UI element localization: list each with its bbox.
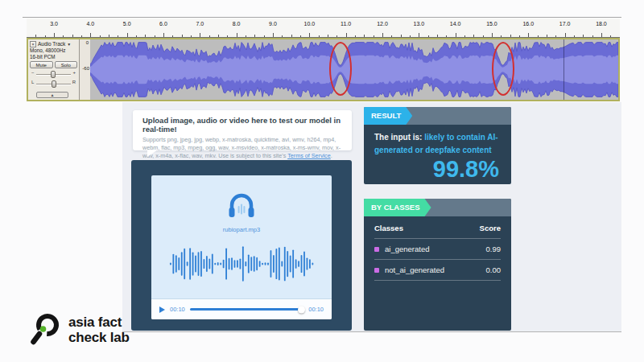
timeline-label: 12.0 — [377, 21, 388, 27]
pan-slider[interactable]: L R — [30, 79, 77, 88]
timeline-tick — [54, 33, 55, 37]
timeline-label: 15.0 — [486, 21, 497, 27]
timeline-tick — [592, 35, 593, 37]
timeline-tick — [464, 35, 465, 37]
pan-right-label: R — [72, 80, 76, 84]
progress-knob[interactable] — [298, 306, 305, 313]
class-bullet-icon — [374, 247, 379, 252]
solo-button[interactable]: Solo — [55, 61, 78, 68]
timeline-tick — [510, 35, 511, 38]
mute-button[interactable]: Mute — [30, 61, 53, 68]
timeline-tick — [182, 35, 183, 38]
timeline-tick — [336, 35, 337, 37]
timeline-tick — [100, 35, 101, 37]
timeline-label: 4.0 — [86, 21, 94, 27]
total-time: 00:10 — [308, 306, 324, 313]
vertical-db-scale: 0 -60 — [80, 39, 90, 100]
timeline-ruler[interactable]: 3.04.05.06.07.08.09.010.011.012.013.014.… — [27, 19, 620, 38]
timeline-label: 9.0 — [269, 21, 277, 27]
timeline-tick — [309, 33, 310, 37]
timeline-tick — [72, 35, 73, 38]
waveform-area[interactable] — [90, 39, 618, 100]
timeline-tick — [446, 35, 447, 37]
track-menu-arrow-icon[interactable]: ▼ — [67, 42, 71, 47]
timeline-tick — [601, 33, 602, 37]
logo-line1: asia fact — [68, 315, 130, 330]
magnifier-icon — [27, 311, 63, 349]
track-title: Audio Track — [38, 41, 65, 47]
play-button[interactable] — [159, 306, 165, 313]
gain-slider-thumb[interactable] — [51, 71, 56, 78]
upload-card-tail — [147, 150, 158, 157]
pan-slider-thumb[interactable] — [52, 80, 56, 88]
timeline-tick — [282, 35, 283, 37]
progress-bar[interactable] — [190, 308, 303, 311]
track-collapse-button[interactable]: ▲ — [36, 92, 68, 98]
timeline-label: 3.0 — [50, 21, 58, 27]
timeline-tick — [364, 35, 365, 38]
terms-of-service-link[interactable]: Terms of Service — [287, 152, 331, 159]
timeline-tick — [419, 33, 419, 37]
timeline-tick — [254, 35, 255, 38]
audio-player-card: rubiopart.mp3 00:10 00:10 — [131, 160, 352, 331]
timeline-tick — [346, 33, 347, 37]
timeline-tick — [328, 35, 328, 38]
upload-supported-formats: Supports png, jpeg, jpg, webp, x-matrosk… — [142, 136, 342, 159]
timeline-tick — [45, 35, 46, 37]
upload-heading: Upload image, audio or video here to tes… — [142, 116, 342, 134]
logo-line2: check lab — [68, 330, 130, 345]
classes-table: Classes Score ai_generated0.99not_ai_gen… — [374, 216, 501, 281]
timeline-tick — [492, 33, 493, 37]
score-column-header: Score — [480, 224, 501, 232]
table-row: not_ai_generated0.00 — [374, 260, 501, 280]
track-format-line1: Mono, 48000Hz — [30, 47, 77, 54]
class-name: not_ai_generated — [385, 265, 486, 274]
upload-body-end: . — [331, 152, 332, 159]
timeline-tick — [501, 35, 502, 37]
timeline-tick — [473, 35, 474, 38]
timeline-tick — [565, 33, 566, 37]
timeline-label: 13.0 — [413, 21, 424, 27]
result-badge: RESULT — [364, 107, 412, 125]
timeline-tick — [437, 35, 438, 38]
timeline-tick — [191, 35, 192, 37]
gain-min-label: − — [31, 70, 35, 75]
class-score: 0.99 — [486, 245, 502, 253]
gain-max-label: + — [72, 70, 76, 75]
timeline-tick — [382, 33, 383, 37]
timeline-tick — [428, 35, 429, 37]
timeline-tick — [547, 35, 547, 38]
result-score: 99.8% — [364, 156, 511, 183]
timeline-tick — [246, 35, 246, 37]
db-scale-top-label: 0 — [86, 40, 89, 45]
gain-slider[interactable]: − + — [30, 69, 77, 78]
timeline-tick — [109, 35, 109, 38]
result-text: The input is: likely to contain AI-gener… — [364, 125, 511, 156]
player-filename: rubiopart.mp3 — [151, 226, 332, 233]
timeline-tick — [538, 35, 539, 37]
timeline-tick — [300, 35, 301, 37]
timeline-tick — [118, 35, 118, 37]
classes-panel-header: BY CLASSES — [364, 199, 511, 216]
timeline-tick — [136, 35, 137, 37]
timeline-tick — [401, 35, 402, 38]
pan-left-label: L — [31, 80, 34, 84]
timeline-tick — [155, 35, 155, 37]
timeline-tick — [218, 35, 219, 38]
headphones-icon — [151, 193, 332, 220]
timeline-tick — [555, 35, 556, 37]
classes-panel: BY CLASSES Classes Score ai_generated0.9… — [364, 199, 511, 331]
timeline-tick — [456, 33, 456, 37]
timeline-tick — [81, 35, 82, 37]
track-close-button[interactable]: × — [30, 41, 36, 47]
screenshot-root: 3.04.05.06.07.08.09.010.011.012.013.014.… — [0, 0, 644, 362]
timeline-tick — [227, 35, 228, 37]
waveform-svg — [90, 39, 618, 100]
timeline-tick — [209, 35, 210, 37]
timeline-label: 5.0 — [123, 21, 131, 27]
db-scale-mid-label: -60 — [82, 66, 89, 71]
table-divider — [374, 280, 501, 281]
result-prefix: The input is: — [374, 133, 424, 142]
timeline-tick — [583, 35, 584, 38]
timeline-tick — [90, 33, 91, 37]
